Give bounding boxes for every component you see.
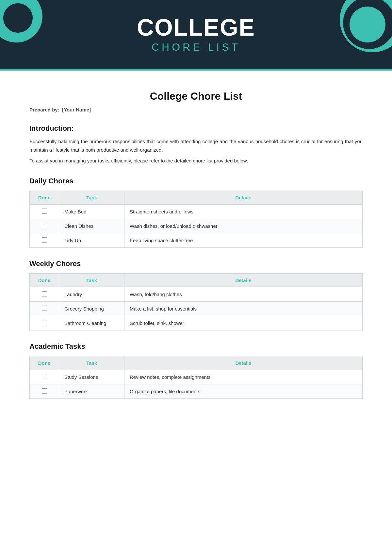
task-cell: Study Sessions	[59, 370, 124, 384]
prepared-by-label: Prepared by:	[29, 107, 59, 112]
intro-paragraph2: To assist you in managing your tasks eff…	[29, 157, 363, 165]
header-title: COLLEGE	[137, 16, 255, 39]
intro-heading: Introduction:	[29, 124, 363, 133]
academic-tasks-header-row: Done Task Details	[30, 356, 363, 370]
daily-col-task: Task	[59, 191, 124, 204]
weekly-col-done: Done	[30, 273, 59, 287]
weekly-chores-table: Done Task Details LaundryWash, fold/hang…	[29, 273, 363, 330]
document-title: College Chore List	[29, 90, 363, 102]
checkbox-cell	[30, 219, 59, 233]
daily-col-done: Done	[30, 191, 59, 204]
checkbox-icon[interactable]	[42, 291, 47, 296]
academic-tasks-table: Done Task Details Study SessionsReview n…	[29, 356, 363, 399]
task-cell: Paperwork	[59, 384, 124, 398]
checkbox-icon[interactable]	[42, 237, 47, 243]
checkbox-cell	[30, 384, 59, 398]
weekly-col-task: Task	[59, 273, 124, 287]
prepared-by-value: [Your Name]	[62, 107, 91, 112]
details-cell: Organize papers, file documents	[124, 384, 363, 398]
checkbox-cell	[30, 233, 59, 247]
details-cell: Review notes, complete assignments	[124, 370, 363, 384]
checkbox-icon[interactable]	[42, 374, 47, 379]
prepared-by: Prepared by: [Your Name]	[29, 107, 363, 112]
task-cell: Make Bed	[59, 204, 124, 219]
table-row: Tidy UpKeep living space clutter-free	[30, 233, 363, 247]
details-cell: Straighten sheets and pillows	[124, 204, 363, 219]
daily-chores-table: Done Task Details Make BedStraighten she…	[29, 191, 363, 248]
table-row: Clean DishesWash dishes, or load/unload …	[30, 219, 363, 233]
details-cell: Make a list, shop for essentials	[124, 301, 363, 316]
weekly-chores-header-row: Done Task Details	[30, 273, 363, 287]
academic-col-task: Task	[59, 356, 124, 370]
checkbox-icon[interactable]	[42, 306, 47, 311]
intro-paragraph1: Successfully balancing the numerous resp…	[29, 137, 363, 154]
checkbox-icon[interactable]	[42, 320, 47, 325]
checkbox-icon[interactable]	[42, 223, 47, 228]
checkbox-cell	[30, 370, 59, 384]
details-cell: Wash, fold/hang clothes	[124, 287, 363, 301]
table-row: Grocery ShoppingMake a list, shop for es…	[30, 301, 363, 316]
academic-col-done: Done	[30, 356, 59, 370]
task-cell: Bathroom Cleaning	[59, 316, 124, 330]
details-cell: Wash dishes, or load/unload dishwasher	[124, 219, 363, 233]
checkbox-cell	[30, 316, 59, 330]
checkbox-cell	[30, 301, 59, 316]
weekly-col-details: Details	[124, 273, 363, 287]
page-header: COLLEGE CHORE LIST	[0, 0, 392, 69]
task-cell: Grocery Shopping	[59, 301, 124, 316]
task-cell: Laundry	[59, 287, 124, 301]
task-cell: Tidy Up	[59, 233, 124, 247]
decor-circle-tr-inner	[350, 7, 385, 42]
table-row: PaperworkOrganize papers, file documents	[30, 384, 363, 398]
table-row: LaundryWash, fold/hang clothes	[30, 287, 363, 301]
details-cell: Keep living space clutter-free	[124, 233, 363, 247]
table-row: Bathroom CleaningScrub toilet, sink, sho…	[30, 316, 363, 330]
weekly-chores-heading: Weekly Chores	[29, 260, 363, 268]
checkbox-cell	[30, 204, 59, 219]
daily-chores-header-row: Done Task Details	[30, 191, 363, 204]
daily-chores-heading: Daily Chores	[29, 177, 363, 185]
daily-col-details: Details	[124, 191, 363, 204]
academic-col-details: Details	[124, 356, 363, 370]
table-row: Study SessionsReview notes, complete ass…	[30, 370, 363, 384]
decor-circle-tl-inner	[3, 3, 33, 33]
checkbox-icon[interactable]	[42, 209, 47, 214]
header-subtitle: CHORE LIST	[152, 41, 240, 53]
academic-tasks-heading: Academic Tasks	[29, 342, 363, 351]
main-content: College Chore List Prepared by: [Your Na…	[0, 71, 392, 428]
details-cell: Scrub toilet, sink, shower	[124, 316, 363, 330]
checkbox-cell	[30, 287, 59, 301]
checkbox-icon[interactable]	[42, 388, 47, 394]
task-cell: Clean Dishes	[59, 219, 124, 233]
table-row: Make BedStraighten sheets and pillows	[30, 204, 363, 219]
